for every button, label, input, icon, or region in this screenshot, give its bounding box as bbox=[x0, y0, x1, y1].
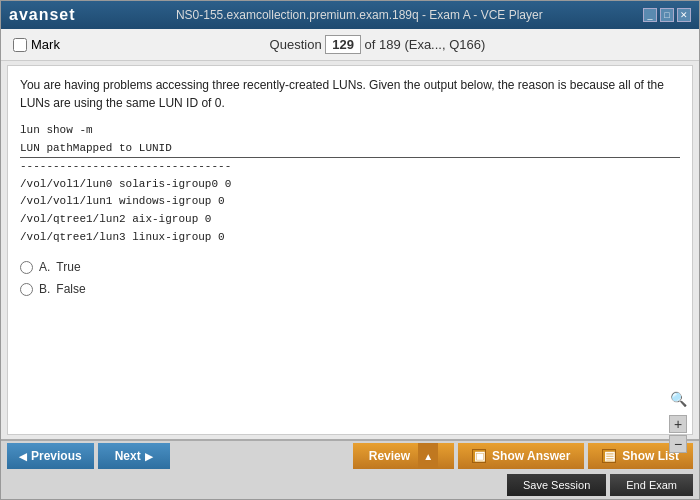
previous-button[interactable]: ◀ Previous bbox=[7, 443, 94, 469]
code-block: lun show -m LUN pathMapped to LUNID ----… bbox=[20, 122, 680, 246]
option-a-label: A. bbox=[39, 260, 50, 274]
question-number: 129 bbox=[325, 35, 361, 54]
end-exam-button[interactable]: End Exam bbox=[610, 474, 693, 496]
end-exam-label: End Exam bbox=[626, 479, 677, 491]
review-button[interactable]: Review ▲ bbox=[353, 443, 454, 469]
nav-row: ◀ Previous Next ▶ Review ▲ ▣ Show Answer bbox=[1, 441, 699, 472]
main-area: Mark Question 129 of 189 (Exa..., Q166) … bbox=[1, 29, 699, 499]
zoom-out-button[interactable]: − bbox=[669, 435, 687, 453]
zoom-in-button[interactable]: + bbox=[669, 415, 687, 433]
content-wrapper: You are having problems accessing three … bbox=[1, 61, 699, 439]
question-header: Mark Question 129 of 189 (Exa..., Q166) bbox=[1, 29, 699, 61]
question-text: You are having problems accessing three … bbox=[20, 76, 680, 112]
close-button[interactable]: ✕ bbox=[677, 8, 691, 22]
logo-prefix: avan bbox=[9, 6, 49, 23]
logo-area: avanset bbox=[9, 6, 76, 24]
show-answer-button[interactable]: ▣ Show Answer bbox=[458, 443, 584, 469]
bottom-bar: ◀ Previous Next ▶ Review ▲ ▣ Show Answer bbox=[1, 439, 699, 499]
mark-section: Mark bbox=[13, 37, 60, 52]
code-header: LUN pathMapped to LUNID bbox=[20, 140, 680, 159]
save-session-button[interactable]: Save Session bbox=[507, 474, 606, 496]
code-line-6: /vol/qtree1/lun3 linux-igroup 0 bbox=[20, 231, 225, 243]
total-questions: of 189 bbox=[365, 37, 401, 52]
logo-suffix: set bbox=[49, 6, 75, 23]
show-answer-label: Show Answer bbox=[492, 449, 570, 463]
show-list-icon: ▤ bbox=[602, 449, 616, 463]
question-info: Question 129 of 189 (Exa..., Q166) bbox=[68, 35, 687, 54]
code-line-4: /vol/vol1/lun1 windows-igroup 0 bbox=[20, 195, 225, 207]
option-b: B. False bbox=[20, 282, 680, 296]
next-button[interactable]: Next ▶ bbox=[98, 443, 170, 469]
title-bar: avanset NS0-155.examcollection.premium.e… bbox=[1, 1, 699, 29]
mark-checkbox[interactable] bbox=[13, 38, 27, 52]
code-separator: -------------------------------- bbox=[20, 160, 231, 172]
logo: avanset bbox=[9, 6, 76, 24]
mark-label: Mark bbox=[31, 37, 60, 52]
exam-info: (Exa..., Q166) bbox=[404, 37, 485, 52]
minimize-button[interactable]: _ bbox=[643, 8, 657, 22]
window-controls: _ □ ✕ bbox=[643, 8, 691, 22]
option-b-text: False bbox=[56, 282, 85, 296]
session-row: Save Session End Exam bbox=[1, 472, 699, 499]
maximize-button[interactable]: □ bbox=[660, 8, 674, 22]
previous-label: Previous bbox=[31, 449, 82, 463]
save-session-label: Save Session bbox=[523, 479, 590, 491]
radio-a[interactable] bbox=[20, 261, 33, 274]
answer-options: A. True B. False bbox=[20, 260, 680, 296]
code-line-1: lun show -m bbox=[20, 124, 93, 136]
code-line-5: /vol/qtree1/lun2 aix-igroup 0 bbox=[20, 213, 211, 225]
main-window: avanset NS0-155.examcollection.premium.e… bbox=[0, 0, 700, 500]
review-dropdown-icon: ▲ bbox=[418, 443, 438, 469]
exam-title: NS0-155.examcollection.premium.exam.189q… bbox=[76, 8, 643, 22]
search-icon[interactable]: 🔍 bbox=[670, 391, 687, 407]
zoom-controls: 🔍 + − bbox=[669, 391, 687, 453]
option-a: A. True bbox=[20, 260, 680, 274]
question-label: Question bbox=[270, 37, 322, 52]
next-label: Next bbox=[115, 449, 141, 463]
option-b-label: B. bbox=[39, 282, 50, 296]
code-line-3: /vol/vol1/lun0 solaris-igroup0 0 bbox=[20, 178, 231, 190]
show-answer-icon: ▣ bbox=[472, 449, 486, 463]
option-a-text: True bbox=[56, 260, 80, 274]
radio-b[interactable] bbox=[20, 283, 33, 296]
prev-arrow-icon: ◀ bbox=[19, 451, 27, 462]
question-content: You are having problems accessing three … bbox=[7, 65, 693, 435]
next-arrow-icon: ▶ bbox=[145, 451, 153, 462]
review-label: Review bbox=[369, 449, 410, 463]
